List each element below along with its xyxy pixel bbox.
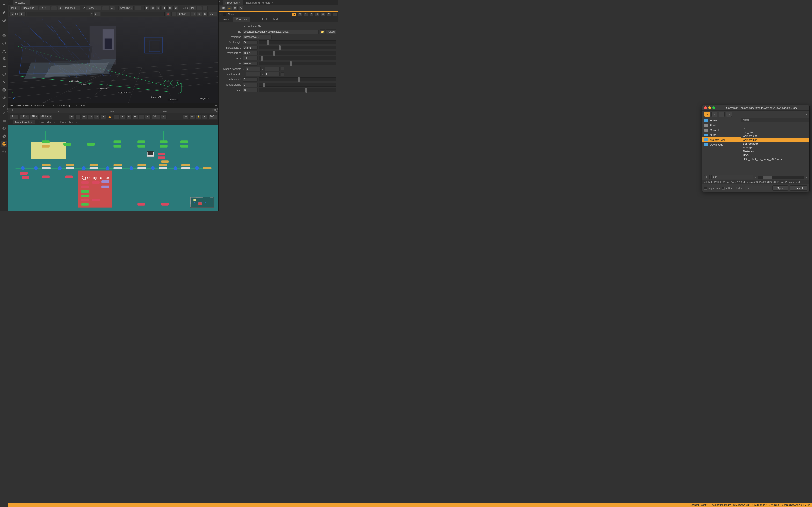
wipe-toggle-icon[interactable]: ▭: [110, 6, 115, 10]
proxy-icon[interactable]: ▤: [156, 6, 161, 10]
properties-tab[interactable]: Properties×: [223, 0, 243, 5]
step-back-icon[interactable]: ◂I: [94, 114, 100, 119]
curve-editor-tab[interactable]: Curve Editor×: [35, 120, 58, 124]
skip-end-icon[interactable]: ⏭: [133, 114, 138, 119]
prop-v-field[interactable]: 1: [265, 72, 280, 76]
prop-slider[interactable]: [259, 62, 337, 65]
refresh-icon[interactable]: ↻: [167, 6, 172, 10]
zoom-minus-icon[interactable]: −: [197, 6, 202, 10]
lock-icon[interactable]: 🔒: [196, 114, 201, 119]
prop-value-field[interactable]: 18.672: [243, 51, 258, 55]
revert-icon[interactable]: ⟲: [315, 12, 319, 16]
tool-orb-icon[interactable]: [1, 148, 7, 155]
prop-value-field[interactable]: 10000: [243, 62, 258, 66]
tool-layers-icon[interactable]: [1, 56, 7, 62]
subtab-file[interactable]: File: [250, 17, 259, 22]
prop-slider[interactable]: [259, 46, 337, 50]
gamma-ruler[interactable]: [101, 12, 164, 16]
out-point-icon[interactable]: O: [139, 114, 144, 119]
chevron-down-icon[interactable]: ▾: [220, 12, 221, 16]
prop-slider[interactable]: [259, 83, 337, 87]
bg-renders-tab[interactable]: Background Renders×: [243, 0, 276, 5]
tool-clock-icon[interactable]: [1, 17, 7, 24]
tool-eye-icon[interactable]: [1, 94, 7, 101]
roi-icon[interactable]: ▦: [150, 6, 155, 10]
gain-field[interactable]: 1: [19, 12, 26, 16]
tool-angle-icon[interactable]: [1, 48, 7, 55]
close-icon[interactable]: ×: [54, 121, 55, 124]
tool-cube-icon[interactable]: [1, 71, 7, 78]
close-icon[interactable]: ×: [333, 12, 337, 16]
dope-sheet-tab[interactable]: Dope Sheet×: [58, 120, 80, 124]
tool-nuke-icon[interactable]: [1, 140, 7, 147]
viewer-grid-icon[interactable]: ⊞: [165, 12, 170, 16]
channel-select[interactable]: rgba: [9, 6, 20, 10]
play-reverse-icon[interactable]: ◂: [101, 114, 106, 119]
prop-select[interactable]: perspective: [243, 35, 272, 39]
prop-slider[interactable]: [259, 77, 337, 81]
gamma-field[interactable]: 1: [93, 12, 100, 16]
node-graph[interactable]: Orthogonal Paint: [8, 125, 218, 212]
prop-value-field[interactable]: 50: [243, 40, 258, 44]
close-x-icon[interactable]: ✕: [244, 25, 246, 28]
step-fwd-icon[interactable]: I▸: [120, 114, 125, 119]
help-icon[interactable]: ?: [327, 12, 331, 16]
node-name-field[interactable]: Camera1: [228, 13, 239, 16]
node-color-icon[interactable]: ■: [292, 12, 296, 16]
pane-grip-icon[interactable]: ⋮⋮: [8, 1, 13, 4]
prop-link-toggle[interactable]: [281, 67, 285, 70]
tool-lines-icon[interactable]: [1, 24, 7, 32]
a-dash-select[interactable]: -: [102, 6, 109, 10]
tool-circle-icon[interactable]: [1, 40, 7, 47]
skip-start-icon[interactable]: ⏮: [82, 114, 87, 119]
close-icon[interactable]: ×: [76, 121, 77, 124]
next-key-icon[interactable]: ▸I: [126, 114, 132, 119]
pause-icon[interactable]: ⏸: [162, 6, 166, 10]
prop-slider[interactable]: [259, 88, 337, 92]
viewer-snap-icon[interactable]: ⊟: [203, 12, 208, 16]
popout-icon[interactable]: ⧉: [321, 12, 325, 16]
close-icon[interactable]: ×: [27, 1, 28, 4]
tool-sphere-icon[interactable]: [1, 32, 7, 39]
info-chevron-down-icon[interactable]: ▾: [215, 104, 216, 107]
b-input-select[interactable]: Scene12: [118, 6, 134, 10]
tool-folder-icon[interactable]: [1, 117, 7, 124]
prop-value-field[interactable]: 0.1: [243, 56, 258, 60]
timeline-ruler[interactable]: 1501001502002201: [8, 108, 218, 113]
channel-alpha-select[interactable]: rgba.alpha: [21, 6, 38, 10]
display-colorspace-select[interactable]: sRGBf (default): [58, 6, 80, 10]
props-maxpanels-field[interactable]: 10: [220, 6, 226, 10]
capture-icon[interactable]: ▣: [173, 6, 178, 10]
in-point-icon[interactable]: I: [75, 114, 81, 119]
prop-value-field[interactable]: 16: [243, 88, 258, 92]
prop-value-field[interactable]: 24.576: [243, 46, 258, 50]
prop-slider[interactable]: [259, 40, 337, 44]
tool-brush-icon[interactable]: [1, 102, 7, 109]
tool-move-icon[interactable]: [1, 1, 7, 8]
clip-icon[interactable]: ◧: [144, 6, 149, 10]
node-center-icon[interactable]: ⊡: [298, 12, 302, 16]
timeline-last-frame[interactable]: 200: [208, 114, 217, 119]
prev-key-icon[interactable]: I◂: [88, 114, 93, 119]
close-icon[interactable]: ×: [31, 121, 33, 124]
a-input-select[interactable]: Scene12: [86, 6, 101, 10]
fullscreen-icon[interactable]: ▭: [183, 114, 189, 119]
subtab-projection[interactable]: Projection: [233, 17, 250, 22]
exposure-down-icon[interactable]: ◂: [9, 12, 14, 16]
tool-sparkle-icon[interactable]: [1, 79, 7, 86]
ip-toggle[interactable]: IP: [51, 6, 57, 10]
subtab-camera[interactable]: Camera: [219, 17, 233, 22]
viewer-crosshair-icon[interactable]: ✚: [171, 12, 176, 16]
viewer-viewport[interactable]: y HD_1080 Camera23Camera26Camera24Camera…: [8, 17, 218, 103]
reload-button[interactable]: reload: [326, 30, 337, 34]
tool-wrench-icon[interactable]: [1, 110, 7, 116]
timeline-scope-select[interactable]: Global: [40, 114, 52, 119]
step-right-button[interactable]: »: [161, 114, 166, 119]
viewer-overlay-icon[interactable]: ⊡: [197, 12, 202, 16]
zoom-plus-icon[interactable]: +: [203, 6, 208, 10]
prop-slider[interactable]: [259, 51, 337, 55]
pane-grip-icon[interactable]: ⋮⋮: [219, 1, 223, 4]
tool-plus-icon[interactable]: [1, 63, 7, 70]
step-left-button[interactable]: «: [145, 114, 151, 119]
prop-u-field[interactable]: 1: [246, 72, 260, 76]
